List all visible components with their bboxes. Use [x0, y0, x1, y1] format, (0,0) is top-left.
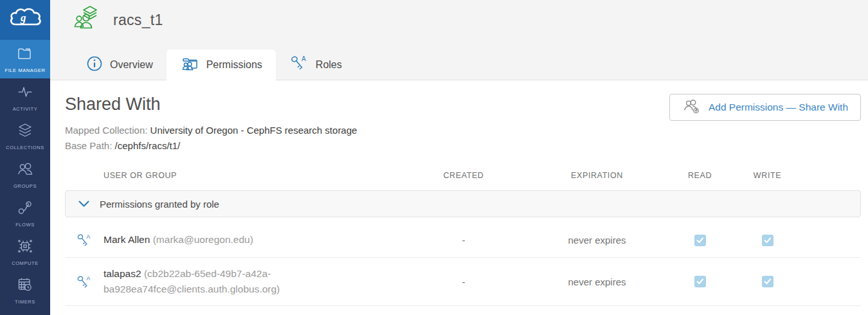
- section-title: Shared With: [65, 94, 357, 114]
- key-icon: A: [289, 55, 309, 75]
- expiration-value: never expires: [515, 276, 679, 287]
- sidebar-item-compute[interactable]: COMPUTE: [0, 233, 50, 271]
- sidebar-item-timers[interactable]: TIMERS: [0, 271, 50, 310]
- svg-text:A: A: [86, 275, 90, 282]
- folder-icon: [16, 45, 34, 64]
- calendar-clock-icon: [16, 276, 34, 296]
- col-header-created: CREATED: [412, 171, 515, 180]
- main-area: racs_t1 Overview: [50, 0, 868, 315]
- tab-permissions[interactable]: Permissions: [167, 50, 276, 80]
- sidebar-item-collections[interactable]: COLLECTIONS: [0, 117, 50, 156]
- permissions-content: Shared With Mapped Collection: Universit…: [50, 80, 868, 315]
- base-path-label: Base Path:: [65, 140, 112, 151]
- sidebar-item-label: COLLECTIONS: [6, 145, 44, 150]
- svg-text:g: g: [20, 12, 26, 24]
- read-checkbox[interactable]: [694, 235, 706, 246]
- sidebar-item-label: GROUPS: [14, 183, 37, 189]
- guest-collection-icon: [73, 4, 102, 35]
- tab-overview[interactable]: Overview: [73, 50, 167, 80]
- col-header-user-or-group: USER OR GROUP: [104, 171, 412, 180]
- people-icon: [16, 161, 34, 180]
- write-checkbox[interactable]: [762, 235, 773, 246]
- col-header-read: READ: [679, 171, 721, 180]
- sidebar: g FILE MANAGER ACTIVITY: [0, 0, 50, 315]
- base-path-line: Base Path: /cephfs/racs/t1/: [65, 140, 357, 151]
- collection-header: racs_t1: [50, 0, 868, 40]
- globus-app: g FILE MANAGER ACTIVITY: [0, 0, 868, 315]
- shared-with-block: Shared With Mapped Collection: Universit…: [65, 92, 357, 156]
- col-header-expiration: EXPIRATION: [515, 171, 679, 180]
- role-key-icon: A: [65, 231, 104, 249]
- svg-text:A: A: [86, 233, 90, 240]
- tab-bar: Overview Permissions: [50, 40, 868, 80]
- grantee-name: talapas2: [104, 268, 141, 279]
- table-row: A talapas2 (cb2b22ab-65ed-49b7-a42a-ba92…: [65, 258, 861, 306]
- mapped-collection-label: Mapped Collection:: [65, 125, 147, 136]
- chip-icon: [16, 238, 34, 257]
- sidebar-item-label: TIMERS: [15, 299, 35, 305]
- sidebar-item-flows[interactable]: FLOWS: [0, 194, 50, 233]
- add-permissions-label: Add Permissions — Share With: [709, 102, 848, 113]
- tab-label: Permissions: [206, 59, 262, 71]
- grantee-identity: (marka@uoregon.edu): [153, 234, 253, 245]
- chevron-down-icon: [78, 199, 89, 210]
- pulse-icon: [16, 84, 34, 103]
- sidebar-item-label: COMPUTE: [12, 260, 39, 266]
- col-header-write: WRITE: [721, 171, 814, 180]
- folder-people-icon: [180, 55, 199, 75]
- sidebar-item-label: ACTIVITY: [13, 106, 38, 112]
- sidebar-item-file-manager[interactable]: FILE MANAGER: [0, 40, 50, 78]
- read-checkbox[interactable]: [694, 276, 706, 287]
- base-path-value: /cephfs/racs/t1/: [115, 140, 181, 151]
- info-circle-icon: [86, 55, 103, 75]
- mapped-collection-line: Mapped Collection: University of Oregon …: [65, 125, 357, 136]
- tab-label: Overview: [110, 59, 153, 71]
- group-row-label: Permissions granted by role: [100, 199, 219, 210]
- globus-cloud-icon: g: [8, 7, 42, 33]
- table-row: A Mark Allen (marka@uoregon.edu) - never…: [65, 223, 861, 258]
- page-title: racs_t1: [113, 12, 163, 29]
- layers-icon: [16, 122, 34, 141]
- table-header-row: USER OR GROUP CREATED EXPIRATION READ WR…: [65, 165, 861, 190]
- write-checkbox[interactable]: [762, 276, 773, 287]
- sidebar-item-activity[interactable]: ACTIVITY: [0, 78, 50, 117]
- expiration-value: never expires: [515, 235, 679, 246]
- permissions-group-row[interactable]: Permissions granted by role: [65, 190, 861, 217]
- flow-icon: [16, 199, 34, 219]
- role-key-icon: A: [65, 273, 104, 291]
- sidebar-item-groups[interactable]: GROUPS: [0, 156, 50, 194]
- person-add-icon: [682, 98, 701, 117]
- mapped-collection-value: University of Oregon - CephFS research s…: [150, 125, 357, 136]
- tab-label: Roles: [316, 59, 342, 71]
- add-permissions-button[interactable]: Add Permissions — Share With: [669, 94, 861, 121]
- sidebar-item-label: FILE MANAGER: [5, 68, 45, 73]
- sidebar-item-label: FLOWS: [15, 222, 35, 228]
- tab-roles[interactable]: A Roles: [276, 50, 356, 80]
- created-value: -: [412, 235, 515, 246]
- globus-logo[interactable]: g: [0, 0, 50, 40]
- grantee-name: Mark Allen: [104, 234, 150, 245]
- svg-text:A: A: [302, 55, 306, 62]
- created-value: -: [412, 276, 515, 287]
- permissions-table: USER OR GROUP CREATED EXPIRATION READ WR…: [65, 165, 861, 306]
